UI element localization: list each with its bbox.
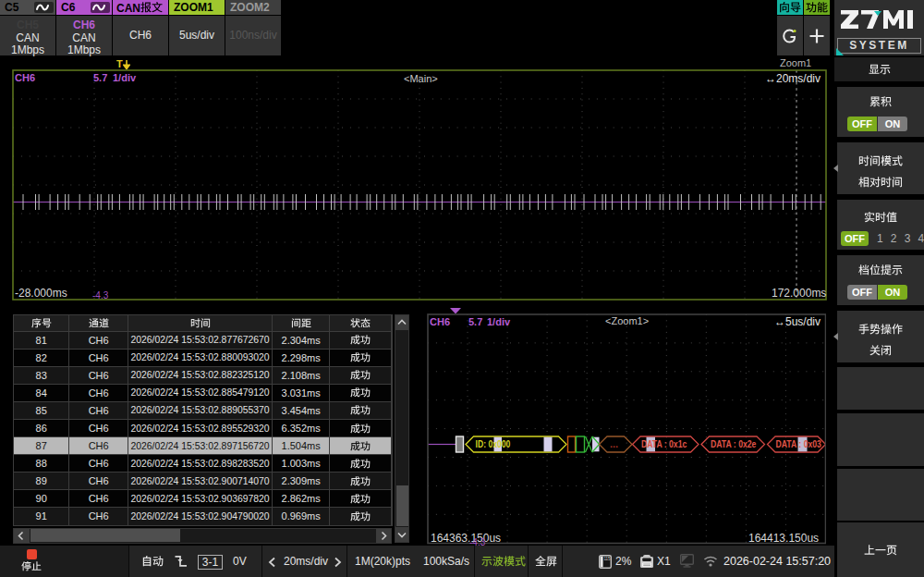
svg-text:...: ... [610, 437, 618, 448]
svg-text:115: 115 [603, 557, 611, 561]
svg-text:DATA : 0x03: DATA : 0x03 [776, 438, 822, 449]
svg-text:ID: 0x000: ID: 0x000 [476, 438, 511, 449]
svg-text:DATA : 0x2e: DATA : 0x2e [711, 438, 757, 449]
svg-text:DATA : 0x1c: DATA : 0x1c [641, 438, 687, 449]
